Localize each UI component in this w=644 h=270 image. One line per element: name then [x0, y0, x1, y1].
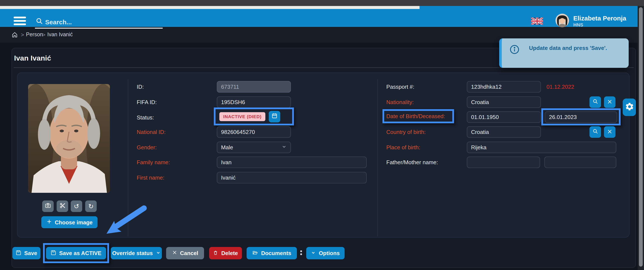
- camera-icon: [45, 202, 51, 210]
- family-name-field[interactable]: [217, 157, 367, 168]
- scrollbar-thumb[interactable]: [639, 7, 643, 266]
- folder-icon: [252, 250, 258, 256]
- ellipsis-separator: [300, 249, 302, 257]
- breadcrumb-separator: >: [42, 27, 45, 43]
- field-label-first-name: First name:: [137, 172, 164, 183]
- field-label-family-name: Family name:: [137, 157, 170, 168]
- window-chrome-bar: [0, 0, 644, 6]
- app-window: Elizabeta Peronja HNS > Person > Ivan Iv…: [0, 0, 644, 270]
- calendar-icon: [271, 113, 278, 120]
- field-label-country-of-birth: Country of birth:: [386, 126, 426, 138]
- nationality-field[interactable]: [467, 96, 541, 108]
- search-icon: [592, 128, 598, 136]
- gender-value: Male: [221, 144, 233, 151]
- rotate-right-button[interactable]: ↻: [85, 200, 97, 212]
- gender-select[interactable]: Male: [217, 142, 291, 153]
- birth-date-field[interactable]: [467, 111, 541, 123]
- dob-label-annotation-highlight: Date of Birth/Deceased:: [382, 109, 454, 123]
- choose-image-button[interactable]: Choose image: [41, 216, 98, 228]
- place-of-birth-field[interactable]: [467, 142, 616, 153]
- rotate-left-button[interactable]: ↺: [71, 200, 82, 212]
- field-label-gender: Gender:: [137, 142, 157, 153]
- mother-name-field[interactable]: [544, 157, 616, 168]
- options-button[interactable]: Options: [306, 247, 344, 259]
- window-chrome-edge: [0, 6, 420, 9]
- save-button[interactable]: Save: [12, 247, 40, 259]
- chevron-down-icon: [156, 250, 160, 256]
- app-header: Elizabeta Peronja HNS: [0, 6, 638, 27]
- settings-button[interactable]: [623, 98, 636, 116]
- national-id-field[interactable]: [217, 126, 291, 138]
- breadcrumb-item-person[interactable]: Person: [26, 27, 43, 43]
- hamburger-bar: [14, 20, 26, 22]
- field-label-national-id: National ID:: [137, 126, 166, 138]
- person-photo: [28, 84, 110, 193]
- options-label: Options: [319, 250, 340, 256]
- save-active-annotation-highlight: Save as ACTIVE: [43, 243, 109, 263]
- save-as-active-label: Save as ACTIVE: [59, 250, 101, 256]
- deceased-date-field[interactable]: [545, 111, 617, 123]
- choose-image-label: Choose image: [55, 219, 93, 225]
- country-of-birth-field[interactable]: [467, 126, 541, 138]
- language-flag-uk-icon[interactable]: [531, 18, 543, 27]
- deceased-date-annotation-highlight: [541, 108, 620, 125]
- field-label-passport: Passport #:: [386, 81, 414, 93]
- page-title: Ivan Ivanić: [14, 54, 51, 63]
- search-input[interactable]: [45, 17, 160, 27]
- close-icon: [607, 128, 612, 136]
- user-name[interactable]: Elizabeta Peronja: [573, 15, 626, 22]
- scissors-icon: [60, 202, 66, 210]
- fifa-id-field[interactable]: [217, 96, 291, 108]
- delete-button[interactable]: Delete: [209, 247, 242, 259]
- save-icon: [51, 250, 56, 256]
- trash-icon: [213, 250, 218, 256]
- documents-button[interactable]: Documents: [246, 247, 297, 259]
- camera-button[interactable]: [42, 200, 54, 212]
- save-as-active-button[interactable]: Save as ACTIVE: [46, 247, 106, 259]
- first-name-field[interactable]: [217, 172, 367, 183]
- column-divider: [377, 79, 378, 236]
- search-icon: [36, 18, 43, 27]
- chevron-down-icon: [282, 144, 287, 151]
- annotation-arrow: [101, 204, 149, 238]
- search-icon: [592, 98, 598, 106]
- override-status-button[interactable]: Override status: [111, 247, 162, 259]
- cancel-button[interactable]: Cancel: [166, 247, 204, 259]
- override-status-label: Override status: [112, 250, 153, 256]
- field-label-fifa-id: FIFA ID:: [137, 96, 157, 108]
- user-avatar[interactable]: [556, 14, 569, 27]
- delete-label: Delete: [221, 250, 238, 256]
- passport-expiry-date: 01.12.2022: [546, 81, 574, 93]
- hamburger-bar: [14, 17, 26, 18]
- field-label-status: Status:: [137, 112, 154, 123]
- status-calendar-button[interactable]: [269, 111, 280, 122]
- plus-icon: [46, 219, 52, 226]
- nationality-clear-button[interactable]: [604, 96, 616, 108]
- info-icon: [510, 44, 520, 56]
- gear-icon: [624, 102, 634, 113]
- status-annotation-highlight: INACTIVE (DIED): [214, 107, 294, 125]
- save-icon: [16, 250, 21, 256]
- hamburger-menu-button[interactable]: [14, 17, 26, 25]
- info-toast: Update data and press 'Save'.: [499, 38, 629, 68]
- hamburger-bar: [14, 24, 26, 25]
- field-label-dob: Date of Birth/Deceased:: [386, 111, 445, 121]
- passport-field[interactable]: [467, 81, 541, 93]
- close-icon: [172, 250, 177, 256]
- breadcrumb-separator: >: [21, 27, 24, 43]
- father-name-field[interactable]: [467, 157, 540, 168]
- user-organization: HNS: [573, 22, 583, 27]
- field-label-place-of-birth: Place of birth:: [386, 142, 420, 153]
- home-icon[interactable]: [12, 32, 18, 40]
- close-icon: [607, 99, 612, 105]
- crop-cut-button[interactable]: [57, 200, 68, 212]
- cancel-label: Cancel: [180, 250, 198, 256]
- rotate-right-icon: ↻: [88, 202, 94, 210]
- country-search-button[interactable]: [590, 126, 601, 138]
- search-underline: [35, 28, 163, 29]
- toast-message: Update data and press 'Save'.: [529, 44, 607, 51]
- country-clear-button[interactable]: [604, 126, 616, 138]
- save-label: Save: [24, 250, 37, 256]
- nationality-search-button[interactable]: [590, 96, 601, 108]
- breadcrumb-item-current: Ivan Ivanić: [47, 27, 73, 43]
